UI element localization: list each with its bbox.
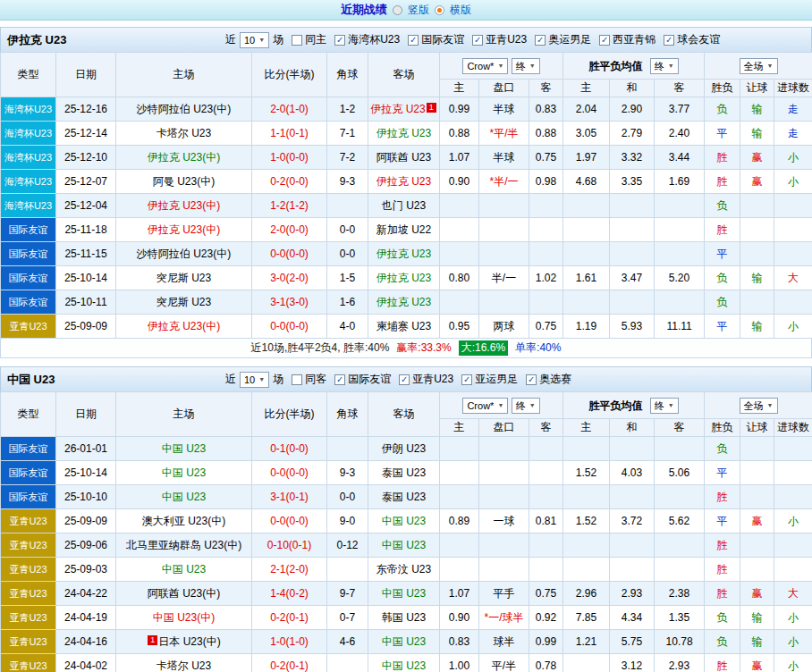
checkbox-icon[interactable]: ✓ [334, 35, 345, 46]
league-filter[interactable]: ✓国际友谊 [334, 372, 391, 387]
checkbox-icon[interactable]: ✓ [526, 374, 537, 385]
layout-label-vertical[interactable]: 竖版 [408, 3, 429, 18]
match-row: 国际友谊25-11-18伊拉克 U23(中)2-0(0-0)0-0新加坡 U22… [1, 218, 812, 242]
away-team: 泰国 U23 [368, 485, 440, 509]
league-filter[interactable]: ✓球会友谊 [664, 32, 720, 47]
checkbox-icon[interactable]: ✓ [664, 35, 674, 46]
checkbox-icon[interactable]: ✓ [399, 374, 410, 385]
recent-count-select[interactable]: 10▼ [240, 32, 269, 48]
match-score: 1-0(0-0) [252, 146, 327, 170]
home-team: 阿曼 U23(中) [116, 170, 252, 194]
result-wdl: 平 [705, 461, 740, 485]
checkbox-icon[interactable]: ✓ [334, 374, 345, 385]
league-filter[interactable]: ✓西亚青锦 [599, 32, 656, 47]
home-team: 伊拉克 U23(中) [116, 315, 252, 339]
match-date: 25-10-11 [56, 290, 116, 315]
avg-draw: 5.75 [610, 630, 655, 654]
result-goals: 大 [774, 582, 812, 606]
checkbox-icon[interactable] [292, 35, 302, 46]
odds-provider-select[interactable]: Crow*▼ [462, 398, 508, 414]
league-filter[interactable]: ✓海湾杯U23 [334, 32, 400, 47]
odds-away [529, 558, 563, 582]
away-team: 中国 U23 [368, 533, 440, 558]
odds-final-value: 终 [516, 399, 526, 412]
checkbox-icon[interactable]: ✓ [599, 35, 610, 46]
away-team-label: 伊朗 U23 [382, 442, 426, 455]
layout-radio-vertical[interactable] [393, 5, 402, 15]
result-goals: 小 [774, 606, 812, 630]
summary-bar: 近10场,胜4平2负4, 胜率:40%赢率:33.3%大:16.6%单率:40% [0, 339, 812, 358]
match-score: 3-1(0-1) [252, 485, 327, 509]
odds-handicap [479, 485, 529, 509]
league-filter[interactable]: ✓亚青U23 [399, 372, 453, 387]
col-type: 类型 [1, 53, 56, 97]
result-wdl: 胜 [705, 146, 740, 170]
corner-score [327, 654, 368, 672]
avg-final-select[interactable]: 终▼ [650, 398, 679, 414]
home-team: 突尼斯 U23 [116, 290, 252, 315]
checkbox-icon[interactable] [292, 374, 302, 385]
home-team: 澳大利亚 U23(中) [116, 509, 252, 533]
avg-final-select[interactable]: 终▼ [650, 58, 679, 74]
odds-away: 0.83 [529, 97, 563, 122]
avg-win: 1.97 [563, 146, 610, 170]
odds-handicap: 平手 [479, 582, 529, 606]
layout-label-horizontal[interactable]: 横版 [450, 3, 471, 18]
avg-lose [655, 242, 705, 266]
odds-away [529, 485, 563, 509]
league-filter[interactable]: 同客 [292, 372, 326, 387]
corner-score: 1-6 [327, 290, 368, 315]
recent-count-select[interactable]: 10▼ [240, 372, 269, 388]
chevron-down-icon: ▼ [258, 34, 265, 46]
league-filter[interactable]: ✓亚运男足 [461, 372, 518, 387]
result-goals: 走 [774, 97, 812, 122]
team-section: 伊拉克 U23 近10▼场同主✓海湾杯U23✓国际友谊✓亚青U23✓奥运男足✓西… [0, 27, 812, 358]
matches-table: 类型 日期 主场 比分(半场) 角球 客场 Crow*▼ 终▼ 胜平负均值 终▼… [0, 391, 812, 672]
away-team-label: 伊拉克 U23 [376, 127, 431, 139]
avg-win: 4.68 [563, 170, 610, 194]
result-goals [774, 485, 812, 509]
corner-score [327, 194, 368, 218]
league-filter[interactable]: 同主 [292, 32, 326, 47]
league-filter[interactable]: ✓亚青U23 [472, 32, 527, 47]
checkbox-icon[interactable]: ✓ [472, 35, 483, 46]
league-filter[interactable]: ✓奥运男足 [535, 32, 591, 47]
away-team-label: 柬埔寨 U23 [376, 320, 431, 332]
odds-handicap: 半球 [479, 146, 529, 170]
scope-select[interactable]: 全场▼ [740, 398, 778, 414]
col-score: 比分(半场) [252, 53, 327, 97]
odds-home [440, 194, 479, 218]
odds-final-select[interactable]: 终▼ [512, 58, 540, 74]
league-filter[interactable]: ✓国际友谊 [408, 32, 464, 47]
avg-draw: 3.12 [610, 654, 655, 672]
col-type: 类型 [1, 392, 56, 437]
match-date: 25-10-14 [56, 266, 116, 290]
result-handicap: 输 [740, 630, 774, 654]
match-score: 0-0(0-0) [252, 315, 327, 339]
checkbox-icon[interactable]: ✓ [408, 35, 419, 46]
layout-radio-horizontal[interactable] [435, 5, 444, 15]
scope-select[interactable]: 全场▼ [740, 58, 778, 74]
result-handicap: 赢 [740, 509, 774, 533]
odds-provider-select[interactable]: Crow*▼ [462, 58, 508, 74]
checkbox-icon[interactable]: ✓ [535, 35, 546, 46]
avg-final-value: 终 [655, 399, 664, 412]
result-wdl: 负 [705, 290, 740, 315]
league-filter[interactable]: ✓奥选赛 [526, 372, 571, 387]
scope-header: 全场▼ [705, 53, 812, 80]
result-wdl: 平 [705, 242, 740, 266]
checkbox-icon[interactable]: ✓ [461, 374, 472, 385]
away-team: 伊拉克 U23 [368, 122, 440, 146]
scope-header: 全场▼ [705, 392, 812, 419]
sub-avg-lose: 客 [655, 80, 705, 97]
odds-final-select[interactable]: 终▼ [512, 398, 540, 414]
home-team-label: 卡塔尔 U23 [156, 127, 211, 139]
col-date: 日期 [56, 53, 116, 97]
scope-value: 全场 [744, 60, 764, 72]
summary-segment: 大:16.6% [459, 340, 508, 356]
odds-header: Crow*▼ 终▼ [440, 53, 563, 80]
away-team-label: 泰国 U23 [382, 491, 426, 503]
match-row: 国际友谊25-10-10中国 U233-1(0-1)0-0泰国 U23胜 [1, 485, 812, 509]
avg-lose [655, 533, 705, 558]
away-team: 柬埔寨 U23 [368, 315, 440, 339]
